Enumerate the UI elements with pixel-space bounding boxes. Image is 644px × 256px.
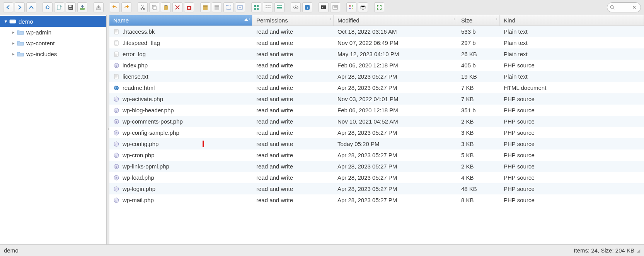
nav-forward-button[interactable] — [15, 2, 25, 12]
svg-text:p: p — [116, 109, 117, 112]
save-button[interactable] — [66, 2, 76, 12]
file-modified: Today 05:20 PM — [334, 141, 457, 147]
svg-rect-23 — [266, 5, 267, 6]
file-row[interactable]: p wp-activate.php read and write Nov 03,… — [109, 93, 644, 105]
tree-item[interactable]: ▸ wp-admin — [8, 27, 106, 38]
tree-item[interactable]: ▸ wp-includes — [8, 48, 106, 59]
file-row[interactable]: p wp-comments-post.php read and write No… — [109, 116, 644, 127]
info-icon: i — [304, 4, 310, 10]
svg-rect-31 — [277, 9, 282, 9]
file-row[interactable]: p wp-links-opml.php read and write Apr 2… — [109, 161, 644, 172]
svg-rect-13 — [203, 6, 208, 10]
column-header-permissions[interactable]: Permissions ⋮ — [252, 15, 334, 26]
folder-tree[interactable]: ▼ demo ▸ wp-admin ▸ wp-content ▸ wp-incl… — [0, 15, 107, 244]
file-size: 533 b — [457, 28, 500, 35]
tree-item[interactable]: ▸ wp-content — [8, 38, 106, 48]
file-row[interactable]: p wp-cron.php read and write Apr 28, 202… — [109, 149, 644, 161]
extract-button[interactable] — [235, 2, 245, 12]
grid-large-button[interactable] — [251, 2, 261, 12]
info-button[interactable]: i — [302, 2, 312, 12]
terminal-icon — [320, 4, 327, 10]
file-row[interactable]: .litespeed_flag read and write Nov 07, 2… — [109, 37, 644, 48]
split-divider[interactable]: ⋮ — [107, 15, 109, 244]
redo-icon — [123, 4, 129, 10]
file-row[interactable]: p wp-config-sample.php read and write Ap… — [109, 127, 644, 138]
file-row[interactable]: p wp-config.php read and write Today 05:… — [109, 138, 644, 149]
svg-text:p: p — [116, 120, 117, 124]
column-header-name[interactable]: Name ⋮ — [109, 15, 252, 26]
file-row[interactable]: p index.php read and write Feb 06, 2020 … — [109, 60, 644, 71]
file-size: 4 KB — [457, 174, 500, 181]
grid-small-button[interactable] — [263, 2, 273, 12]
apps-button[interactable] — [346, 2, 356, 12]
refresh-button[interactable] — [43, 2, 53, 12]
column-resize-grip[interactable]: ⋮ — [452, 17, 456, 22]
cut-button[interactable] — [138, 2, 148, 12]
nav-up-button[interactable] — [26, 2, 36, 12]
column-resize-grip[interactable]: ⋮ — [495, 17, 499, 22]
tree-item-label: wp-includes — [26, 51, 57, 57]
download-button[interactable] — [94, 2, 104, 12]
svg-point-42 — [610, 5, 613, 9]
delete-button[interactable] — [172, 2, 182, 12]
file-row[interactable]: p wp-blog-header.php read and write Feb … — [109, 105, 644, 116]
file-row[interactable]: .htaccess.bk read and write Oct 18, 2022… — [109, 26, 644, 37]
disclosure-right-icon[interactable]: ▸ — [11, 52, 16, 57]
tree-root[interactable]: ▼ demo — [0, 16, 106, 27]
column-header-modified[interactable]: Modified ⋮ — [334, 15, 457, 26]
archive-button[interactable] — [200, 2, 210, 12]
new-file-button[interactable] — [54, 2, 64, 12]
search-box[interactable]: ✕ — [607, 2, 641, 12]
column-header-size[interactable]: Size ⋮ — [457, 15, 500, 26]
box-button[interactable] — [358, 2, 368, 12]
compress-button[interactable] — [223, 2, 233, 12]
file-size: 3 KB — [457, 141, 500, 147]
svg-rect-3 — [69, 8, 72, 9]
file-kind: Plain text — [500, 73, 644, 80]
file-row[interactable]: error_log read and write May 12, 2023 04… — [109, 48, 644, 60]
file-list[interactable]: .htaccess.bk read and write Oct 18, 2022… — [109, 26, 644, 244]
fullscreen-button[interactable] — [374, 2, 384, 12]
file-row[interactable]: license.txt read and write Apr 28, 2023 … — [109, 71, 644, 82]
delete-x-button[interactable] — [184, 2, 194, 12]
column-resize-grip[interactable]: ⋮ — [329, 17, 332, 22]
nav-back-icon — [5, 4, 11, 10]
svg-text:p: p — [116, 188, 117, 191]
file-row[interactable]: p wp-mail.php read and write Apr 28, 202… — [109, 194, 644, 206]
clear-search-icon[interactable]: ✕ — [630, 4, 638, 10]
file-type-icon: p — [113, 197, 119, 203]
disclosure-down-icon[interactable]: ▼ — [3, 19, 9, 24]
svg-rect-44 — [10, 21, 15, 21]
preview-button[interactable] — [291, 2, 301, 12]
cut-icon — [140, 4, 146, 10]
list-view-button[interactable] — [274, 2, 285, 12]
redo-button[interactable] — [121, 2, 131, 12]
nav-back-button[interactable] — [3, 2, 13, 12]
search-input[interactable] — [615, 5, 630, 10]
svg-rect-43 — [10, 20, 16, 23]
paste-button[interactable] — [161, 2, 171, 12]
disclosure-right-icon[interactable]: ▸ — [11, 41, 16, 46]
window-resize-grip-icon[interactable]: ◢ — [637, 248, 640, 253]
file-row[interactable]: readme.html read and write Apr 28, 2023 … — [109, 82, 644, 93]
svg-rect-20 — [257, 5, 259, 7]
disclosure-right-icon[interactable]: ▸ — [11, 30, 16, 35]
file-name: wp-load.php — [123, 174, 154, 181]
file-permissions: read and write — [252, 163, 334, 170]
tree-item-label: wp-admin — [26, 29, 51, 36]
column-headers: Name ⋮ Permissions ⋮ Modified ⋮ Size ⋮ K… — [109, 15, 644, 26]
upload-button[interactable] — [77, 2, 87, 12]
file-size: 48 KB — [457, 186, 500, 192]
properties-button[interactable] — [330, 2, 340, 12]
file-row[interactable]: p wp-load.php read and write Apr 28, 202… — [109, 172, 644, 183]
file-type-icon: p — [113, 107, 119, 113]
column-header-kind[interactable]: Kind — [500, 15, 644, 26]
column-resize-grip[interactable]: ⋮ — [247, 17, 251, 22]
unarchive-button[interactable] — [212, 2, 222, 12]
copy-button[interactable] — [149, 2, 159, 12]
file-row[interactable]: p wp-login.php read and write Apr 28, 20… — [109, 183, 644, 194]
undo-button[interactable] — [110, 2, 120, 12]
file-kind: Plain text — [500, 51, 644, 57]
terminal-button[interactable] — [319, 2, 329, 12]
save-icon — [68, 4, 74, 10]
